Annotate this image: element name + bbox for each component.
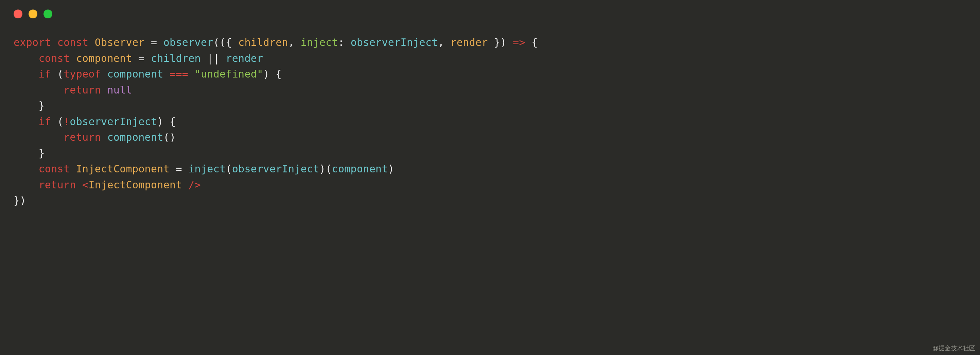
prop-children: children [238, 37, 288, 48]
code-line: return null [14, 82, 966, 98]
code-line: const component = children || render [14, 51, 966, 67]
keyword-return: return [38, 179, 76, 191]
keyword-const: const [38, 53, 70, 64]
code-line: export const Observer = observer(({ chil… [14, 35, 966, 51]
var-children: children [151, 53, 201, 64]
fn-call-component: component [107, 131, 163, 143]
code-line: if (typeof component === "undefined") { [14, 66, 966, 82]
arrow-fn: => [513, 37, 525, 48]
jsx-tag-open: < [82, 179, 88, 191]
keyword-if: if [38, 68, 51, 80]
code-block: export const Observer = observer(({ chil… [0, 18, 980, 209]
code-line: if (!observerInject) { [14, 114, 966, 130]
var-render: render [226, 53, 263, 64]
prop-observer-inject: observerInject [351, 37, 438, 48]
code-line: const InjectComponent = inject(observerI… [14, 161, 966, 177]
identifier-observer: Observer [95, 37, 145, 48]
function-observer: observer [164, 37, 213, 48]
code-line: } [14, 145, 966, 161]
keyword-export: export [14, 37, 51, 48]
keyword-return: return [64, 84, 101, 96]
null-literal: null [107, 84, 132, 96]
var-component: component [76, 53, 132, 64]
var-observer-inject: observerInject [232, 163, 320, 175]
keyword-return: return [64, 131, 101, 143]
fn-inject: inject [188, 163, 226, 175]
maximize-icon[interactable] [43, 10, 52, 18]
code-line: return <InjectComponent /> [14, 177, 966, 193]
keyword-if: if [38, 116, 51, 127]
code-line: }) [14, 193, 966, 209]
var-observer-inject: observerInject [70, 116, 157, 127]
window-controls [0, 0, 980, 18]
code-line: return component() [14, 129, 966, 145]
code-line: } [14, 98, 966, 114]
keyword-const: const [38, 163, 70, 175]
keyword-const: const [57, 37, 89, 48]
close-icon[interactable] [14, 10, 22, 18]
var-component: component [332, 163, 388, 175]
identifier-inject-component: InjectComponent [76, 163, 170, 175]
prop-render: render [450, 37, 488, 48]
keyword-typeof: typeof [64, 68, 101, 80]
operator-not: ! [64, 116, 70, 127]
operator-eq3: === [164, 68, 195, 80]
var-component: component [107, 68, 163, 80]
prop-inject: inject [301, 37, 338, 48]
jsx-tag-close: /> [182, 179, 201, 191]
jsx-component-name: InjectComponent [88, 179, 182, 191]
watermark-text: @掘金技术社区 [932, 344, 975, 352]
string-literal: "undefined" [195, 68, 263, 80]
minimize-icon[interactable] [29, 10, 37, 18]
